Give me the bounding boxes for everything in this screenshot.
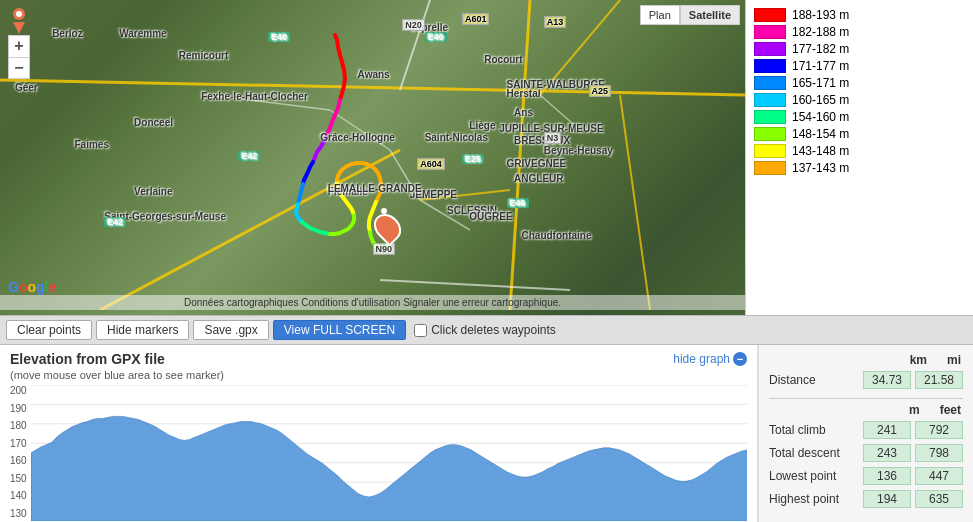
svg-marker-24 bbox=[31, 416, 747, 521]
click-deletes-checkbox[interactable] bbox=[414, 324, 427, 337]
legend-color-7 bbox=[754, 127, 786, 141]
zoom-out-button[interactable]: − bbox=[8, 57, 30, 79]
hide-markers-button[interactable]: Hide markers bbox=[96, 320, 189, 340]
legend-item-3: 171-177 m bbox=[754, 59, 965, 73]
bottom-section: Elevation from GPX file hide graph − (mo… bbox=[0, 345, 973, 522]
legend-item-0: 188-193 m bbox=[754, 8, 965, 22]
legend-color-0 bbox=[754, 8, 786, 22]
highest-point-m-value: 194 bbox=[863, 490, 911, 508]
map-zoom-controls: + − bbox=[8, 35, 30, 79]
svg-line-0 bbox=[0, 80, 745, 95]
top-section: Liège Grâce-Hollogne Flémalle Herstal Aw… bbox=[0, 0, 973, 315]
legend-color-6 bbox=[754, 110, 786, 124]
plan-button[interactable]: Plan bbox=[640, 5, 680, 25]
legend-color-5 bbox=[754, 93, 786, 107]
total-descent-label: Total descent bbox=[769, 446, 863, 460]
chart-area[interactable] bbox=[31, 385, 747, 521]
legend-item-8: 143-148 m bbox=[754, 144, 965, 158]
svg-line-12 bbox=[420, 190, 510, 200]
distance-values: 34.73 21.58 bbox=[863, 371, 963, 389]
legend-color-4 bbox=[754, 76, 786, 90]
hide-graph-link[interactable]: hide graph − bbox=[673, 352, 747, 366]
stats-panel: km mi Distance 34.73 21.58 m feet Total … bbox=[758, 345, 973, 522]
street-view-icon[interactable] bbox=[8, 8, 30, 37]
svg-marker-14 bbox=[13, 22, 25, 34]
save-gpx-button[interactable]: Save .gpx bbox=[193, 320, 268, 340]
map-svg bbox=[0, 0, 745, 310]
lowest-point-feet-value: 447 bbox=[915, 467, 963, 485]
elevation-header: Elevation from GPX file hide graph − bbox=[10, 351, 747, 367]
svg-line-1 bbox=[100, 150, 400, 310]
legend-label-9: 137-143 m bbox=[792, 161, 849, 175]
y-label-200: 200 bbox=[10, 385, 27, 396]
svg-line-6 bbox=[380, 280, 570, 290]
y-axis: 200 190 180 170 160 150 140 130 bbox=[10, 385, 31, 521]
stats-highest-point-row: Highest point 194 635 bbox=[769, 490, 963, 508]
total-climb-feet-value: 792 bbox=[915, 421, 963, 439]
legend-item-1: 182-188 m bbox=[754, 25, 965, 39]
legend-item-2: 177-182 m bbox=[754, 42, 965, 56]
legend-label-2: 177-182 m bbox=[792, 42, 849, 56]
svg-line-3 bbox=[540, 0, 620, 95]
satellite-button[interactable]: Satellite bbox=[680, 5, 740, 25]
svg-line-10 bbox=[540, 95, 580, 130]
stats-lowest-point-row: Lowest point 136 447 bbox=[769, 467, 963, 485]
legend-label-1: 182-188 m bbox=[792, 25, 849, 39]
lowest-point-label: Lowest point bbox=[769, 469, 863, 483]
toolbar: Clear points Hide markers Save .gpx View… bbox=[0, 315, 973, 345]
highest-point-feet-value: 635 bbox=[915, 490, 963, 508]
total-climb-m-value: 241 bbox=[863, 421, 911, 439]
stats-distance-row: Distance 34.73 21.58 bbox=[769, 371, 963, 389]
legend-label-8: 143-148 m bbox=[792, 144, 849, 158]
legend-label-7: 148-154 m bbox=[792, 127, 849, 141]
legend-label-3: 171-177 m bbox=[792, 59, 849, 73]
view-fullscreen-button[interactable]: View FULL SCREEN bbox=[273, 320, 406, 340]
col-feet-header: feet bbox=[940, 403, 961, 417]
stats-total-climb-row: Total climb 241 792 bbox=[769, 421, 963, 439]
map-type-buttons: Plan Satellite bbox=[640, 5, 740, 25]
main-container: Liège Grâce-Hollogne Flémalle Herstal Aw… bbox=[0, 0, 973, 522]
col-km-header: km bbox=[910, 353, 927, 367]
stats-km-mi-header: km mi bbox=[769, 353, 963, 367]
svg-point-15 bbox=[16, 11, 22, 17]
total-descent-feet-value: 798 bbox=[915, 444, 963, 462]
svg-line-4 bbox=[620, 95, 650, 310]
lowest-point-m-value: 136 bbox=[863, 467, 911, 485]
clear-points-button[interactable]: Clear points bbox=[6, 320, 92, 340]
google-logo: Google bbox=[8, 279, 56, 295]
highest-point-values: 194 635 bbox=[863, 490, 963, 508]
elevation-title: Elevation from GPX file bbox=[10, 351, 165, 367]
legend-color-2 bbox=[754, 42, 786, 56]
legend-item-5: 160-165 m bbox=[754, 93, 965, 107]
zoom-in-button[interactable]: + bbox=[8, 35, 30, 57]
legend-label-0: 188-193 m bbox=[792, 8, 849, 22]
total-descent-values: 243 798 bbox=[863, 444, 963, 462]
legend-item-9: 137-143 m bbox=[754, 161, 965, 175]
y-label-160: 160 bbox=[10, 455, 27, 466]
elevation-chart-container: 200 190 180 170 160 150 140 130 bbox=[10, 385, 747, 521]
total-descent-m-value: 243 bbox=[863, 444, 911, 462]
legend-label-6: 154-160 m bbox=[792, 110, 849, 124]
distance-km-value: 34.73 bbox=[863, 371, 911, 389]
distance-label: Distance bbox=[769, 373, 863, 387]
col-mi-header: mi bbox=[947, 353, 961, 367]
legend-panel: 188-193 m 182-188 m 177-182 m 171-177 m … bbox=[745, 0, 973, 315]
svg-line-8 bbox=[330, 110, 390, 150]
elevation-hint: (move mouse over blue area to see marker… bbox=[10, 369, 747, 381]
hide-graph-icon: − bbox=[733, 352, 747, 366]
legend-item-4: 165-171 m bbox=[754, 76, 965, 90]
total-climb-label: Total climb bbox=[769, 423, 863, 437]
y-label-130: 130 bbox=[10, 508, 27, 519]
legend-color-1 bbox=[754, 25, 786, 39]
hide-graph-label: hide graph bbox=[673, 352, 730, 366]
stats-m-feet-header: m feet bbox=[769, 403, 963, 417]
svg-line-5 bbox=[400, 0, 430, 90]
map-container[interactable]: Liège Grâce-Hollogne Flémalle Herstal Aw… bbox=[0, 0, 745, 315]
y-label-140: 140 bbox=[10, 490, 27, 501]
y-label-170: 170 bbox=[10, 438, 27, 449]
svg-line-11 bbox=[420, 200, 470, 230]
legend-item-6: 154-160 m bbox=[754, 110, 965, 124]
lowest-point-values: 136 447 bbox=[863, 467, 963, 485]
y-label-190: 190 bbox=[10, 403, 27, 414]
elevation-panel: Elevation from GPX file hide graph − (mo… bbox=[0, 345, 758, 522]
